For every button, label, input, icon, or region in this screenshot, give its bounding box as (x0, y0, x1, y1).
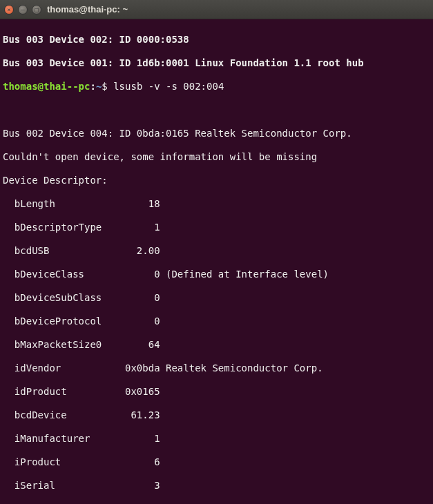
window-button-group: × – □ (4, 5, 41, 14)
output-line: bLength 18 (3, 198, 430, 210)
window-title: thomas@thai-pc: ~ (47, 4, 128, 14)
output-line (3, 104, 430, 116)
output-line: Device Descriptor: (3, 175, 430, 186)
output-line: bDeviceSubClass 0 (3, 292, 430, 304)
output-line: bDescriptorType 1 (3, 222, 430, 233)
prompt-sep: : (90, 81, 95, 92)
prompt-user-host: thomas@thai--pc (3, 81, 90, 92)
prompt-line: thomas@thai--pc:~$ lsusb -v -s 002:004 (3, 81, 430, 93)
output-line: iProduct 6 (3, 456, 430, 468)
terminal-viewport[interactable]: Bus 003 Device 002: ID 0000:0538 Bus 003… (0, 19, 433, 504)
output-line: iManufacturer 1 (3, 433, 430, 445)
output-line: bcdUSB 2.00 (3, 245, 430, 257)
prompt-dollar: $ (102, 81, 107, 92)
close-icon[interactable]: × (4, 5, 14, 14)
output-line: bMaxPacketSize0 64 (3, 339, 430, 351)
maximize-icon[interactable]: □ (32, 5, 41, 14)
output-line: Bus 003 Device 001: ID 1d6b:0001 Linux F… (3, 57, 430, 69)
output-line: bDeviceClass 0 (Defined at Interface lev… (3, 269, 430, 280)
output-line: Couldn't open device, some information w… (3, 151, 430, 163)
output-line: Bus 003 Device 002: ID 0000:0538 (3, 34, 430, 46)
output-line: bDeviceProtocol 0 (3, 316, 430, 327)
output-line: iSerial 3 (3, 480, 430, 492)
output-line: bcdDevice 61.23 (3, 409, 430, 421)
output-line: idVendor 0x0bda Realtek Semiconductor Co… (3, 362, 430, 374)
command-text: lsusb -v -s 002:004 (113, 81, 224, 92)
output-line: idProduct 0x0165 (3, 386, 430, 398)
window-titlebar: × – □ thomas@thai-pc: ~ (0, 0, 433, 19)
output-line: Bus 002 Device 004: ID 0bda:0165 Realtek… (3, 128, 430, 139)
minimize-icon[interactable]: – (18, 5, 28, 14)
